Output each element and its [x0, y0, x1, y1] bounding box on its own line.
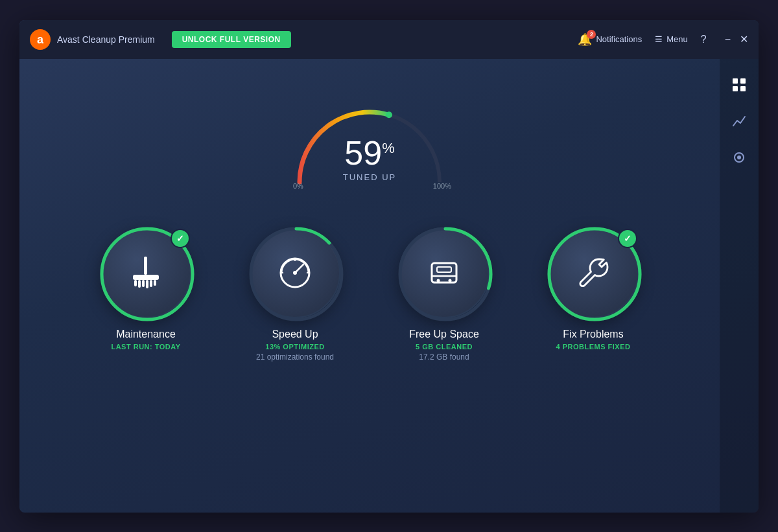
card-speedup-title: Speed Up — [272, 329, 318, 340]
svg-rect-31 — [740, 78, 746, 84]
wrench-icon — [574, 254, 612, 292]
chart-icon — [732, 114, 746, 128]
app-window: a Avast Cleanup Premium UNLOCK FULL VERS… — [19, 20, 759, 513]
notifications-label: Notifications — [596, 34, 642, 44]
gauge-text: 59% TUNED UP — [343, 136, 396, 182]
svg-point-25 — [437, 279, 440, 282]
card-freespace[interactable]: Free Up Space 5 GB CLEANED 17.2 GB found — [379, 227, 509, 362]
notification-badge: 2 — [587, 30, 596, 39]
card-speedup-sub: 21 optimizations found — [256, 353, 334, 362]
drive-icon — [425, 254, 463, 292]
svg-point-26 — [449, 279, 452, 282]
window-controls: − ✕ — [725, 34, 748, 45]
card-freespace-sub: 17.2 GB found — [419, 353, 469, 362]
close-button[interactable]: ✕ — [740, 34, 748, 45]
menu-label: Menu — [666, 34, 688, 44]
main-content: 59% TUNED UP 0% 100% — [19, 59, 759, 513]
sidebar-grid-button[interactable] — [724, 69, 755, 100]
maintenance-check-icon: ✓ — [171, 229, 190, 248]
card-fixproblems[interactable]: ✓ Fix Problems 4 PROBLEMS FIXED — [528, 227, 658, 362]
bell-icon: 🔔 2 — [578, 32, 592, 47]
svg-rect-6 — [133, 275, 159, 280]
svg-rect-10 — [146, 280, 148, 288]
sidebar-settings-button[interactable] — [724, 142, 755, 173]
speedometer-icon — [276, 254, 314, 292]
app-title: Avast Cleanup Premium — [57, 34, 155, 45]
svg-rect-8 — [138, 280, 141, 288]
card-fixproblems-circle: ✓ — [548, 227, 639, 318]
cards-row: ✓ Maintenance LAST RUN: TODAY — [81, 227, 658, 362]
gauge-hundred-label: 100% — [433, 182, 451, 190]
svg-rect-11 — [150, 280, 152, 287]
fixproblems-check-icon: ✓ — [618, 229, 637, 248]
svg-rect-27 — [437, 267, 451, 272]
svg-rect-33 — [740, 86, 746, 91]
card-speedup-circle — [250, 227, 340, 318]
card-fixproblems-status: 4 PROBLEMS FIXED — [556, 343, 631, 351]
svg-rect-5 — [144, 257, 147, 275]
card-speedup[interactable]: Speed Up 13% OPTIMIZED 21 optimizations … — [230, 227, 360, 362]
card-maintenance-status: LAST RUN: TODAY — [111, 343, 180, 351]
card-freespace-title: Free Up Space — [409, 329, 479, 340]
card-maintenance[interactable]: ✓ Maintenance LAST RUN: TODAY — [81, 227, 211, 362]
svg-point-17 — [293, 271, 297, 275]
broom-icon — [126, 253, 165, 292]
sidebar-chart-button[interactable] — [724, 106, 755, 137]
center-area: 59% TUNED UP 0% 100% — [19, 59, 720, 513]
svg-rect-30 — [733, 78, 738, 84]
card-freespace-status: 5 GB CLEANED — [416, 343, 473, 351]
settings-icon — [732, 150, 746, 165]
gauge-container: 59% TUNED UP 0% 100% — [279, 78, 460, 195]
titlebar-right: 🔔 2 Notifications ☰ Menu ? − ✕ — [578, 32, 748, 47]
grid-icon — [732, 78, 746, 92]
svg-rect-7 — [134, 280, 137, 286]
card-speedup-status: 13% OPTIMIZED — [265, 343, 324, 351]
gauge-label: TUNED UP — [343, 172, 396, 182]
svg-text:a: a — [37, 33, 44, 46]
help-button[interactable]: ? — [701, 34, 707, 45]
gauge-percent: 59% — [343, 136, 396, 170]
card-fixproblems-title: Fix Problems — [563, 329, 623, 340]
card-freespace-circle — [399, 227, 489, 318]
card-maintenance-circle: ✓ — [100, 227, 191, 318]
unlock-button[interactable]: UNLOCK FULL VERSION — [172, 31, 291, 48]
svg-point-35 — [737, 156, 741, 159]
menu-button[interactable]: ☰ Menu — [655, 34, 688, 44]
titlebar: a Avast Cleanup Premium UNLOCK FULL VERS… — [19, 20, 759, 59]
titlebar-left: a Avast Cleanup Premium UNLOCK FULL VERS… — [30, 29, 578, 50]
menu-icon: ☰ — [655, 34, 663, 44]
notifications-button[interactable]: 🔔 2 Notifications — [578, 32, 642, 47]
svg-rect-9 — [142, 280, 145, 287]
card-maintenance-title: Maintenance — [116, 329, 176, 340]
avast-logo-icon: a — [30, 29, 51, 50]
svg-rect-12 — [154, 280, 156, 286]
minimize-button[interactable]: − — [725, 34, 731, 45]
svg-rect-32 — [733, 86, 738, 91]
gauge-zero-label: 0% — [293, 182, 303, 190]
sidebar-right — [720, 59, 759, 513]
